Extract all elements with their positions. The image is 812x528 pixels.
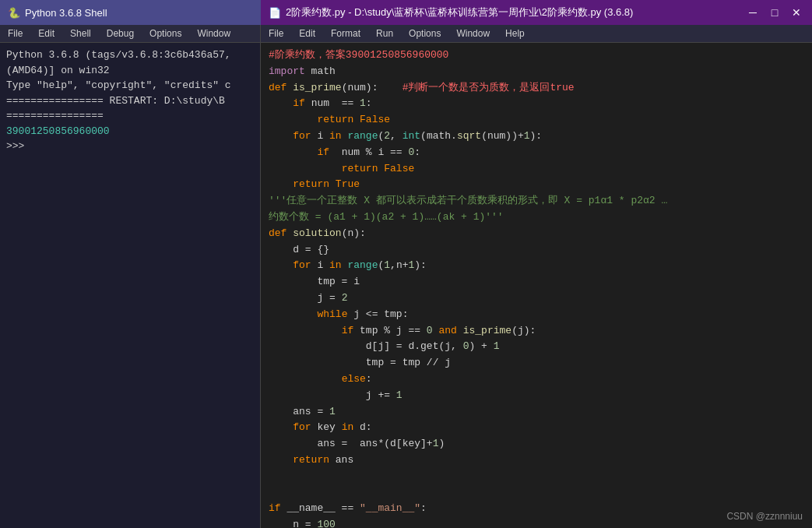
code-line-18: while j <= tmp: [269,307,804,323]
code-line-8: return False [269,161,804,178]
code-line-5: return False [269,112,804,128]
editor-panel: File Edit Format Run Options Window Help… [261,25,812,528]
code-line-4: if num == 1: [269,96,804,112]
shell-line-5: ================ [6,108,254,124]
code-line-26: ans = ans*(d[key]+1) [269,436,804,452]
menu-edit[interactable]: Edit [35,26,58,40]
code-line-6: for i in range(2, int(math.sqrt(num))+1)… [269,128,804,145]
shell-menubar: File Edit Shell Debug Options Window [0,25,260,43]
code-line-24: ans = 1 [269,404,804,421]
code-line-19: if tmp % j == 0 and is_prime(j): [269,323,804,340]
shell-line-4: ================ RESTART: D:\study\B [6,93,254,109]
restore-button[interactable]: □ [767,5,782,20]
left-title-bar: 🐍 Python 3.6.8 Shell [0,0,261,25]
menu-debug[interactable]: Debug [104,26,137,40]
file-icon: 📄 [269,7,281,19]
editor-menu-run[interactable]: Run [373,26,396,40]
code-line-22: else: [269,371,804,388]
code-editor-area[interactable]: #阶乘约数，答案39001250856960000 import math de… [261,43,812,528]
code-line-29 [269,485,804,502]
code-line-10: '''任意一个正整数 X 都可以表示成若干个质数乘积的形式，即 X = p1α1… [269,193,804,209]
code-line-13: def solution(n): [269,226,804,242]
menu-file[interactable]: File [5,26,26,40]
editor-menu-window[interactable]: Window [453,26,493,40]
code-line-17: j = 2 [269,290,804,307]
shell-line-3: Type "help", "copyright", "credits" c [6,78,254,93]
code-line-31: n = 100 [269,517,804,528]
editor-menubar: File Edit Format Run Options Window Help [261,25,812,43]
python-icon: 🐍 [8,7,20,19]
editor-menu-format[interactable]: Format [328,26,364,40]
minimize-button[interactable]: ─ [745,5,761,20]
menu-window[interactable]: Window [194,26,234,40]
shell-line-2: (AMD64)] on win32 [6,63,254,79]
shell-output-number: 39001250856960000 [6,124,254,139]
code-line-14: d = {} [269,242,804,259]
left-window-title: Python 3.6.8 Shell [25,7,107,19]
editor-menu-help[interactable]: Help [502,26,528,40]
code-line-25: for key in d: [269,420,804,436]
code-line-28 [269,469,804,485]
shell-panel: File Edit Shell Debug Options Window Pyt… [0,25,261,528]
code-line-21: tmp = tmp // j [269,355,804,371]
shell-output-area[interactable]: Python 3.6.8 (tags/v3.6.8:3c6b436a57, (A… [0,43,260,528]
code-line-12: 约数个数 = (a1 + 1)(a2 + 1)……(ak + 1)''' [269,209,804,226]
code-line-1: #阶乘约数，答案39001250856960000 [269,48,804,64]
menu-options[interactable]: Options [146,26,185,40]
right-window-title: 2阶乘约数.py - D:\study\蓝桥杯\蓝桥杯训练营第一周作业\2阶乘约… [286,5,740,19]
editor-menu-options[interactable]: Options [406,26,444,40]
editor-menu-edit[interactable]: Edit [296,26,318,40]
code-line-16: tmp = i [269,274,804,290]
code-line-20: d[j] = d.get(j, 0) + 1 [269,339,804,355]
code-line-3: def is_prime(num): #判断一个数是否为质数，是返回true [269,80,804,97]
menu-shell[interactable]: Shell [67,26,94,40]
code-line-7: if num % i == 0: [269,145,804,161]
code-line-9: return True [269,177,804,193]
shell-line-1: Python 3.6.8 (tags/v3.6.8:3c6b436a57, [6,48,254,63]
code-line-15: for i in range(1,n+1): [269,258,804,274]
watermark-text: CSDN @zznnniuu [726,511,803,522]
code-line-23: j += 1 [269,388,804,404]
editor-menu-file[interactable]: File [265,26,286,40]
code-line-27: return ans [269,452,804,469]
shell-prompt: >>> [6,139,254,154]
right-title-bar: 📄 2阶乘约数.py - D:\study\蓝桥杯\蓝桥杯训练营第一周作业\2阶… [261,0,812,25]
close-button[interactable]: ✕ [789,5,804,20]
code-line-2: import math [269,64,804,80]
code-line-30: if __name__ == "__main__": [269,501,804,517]
